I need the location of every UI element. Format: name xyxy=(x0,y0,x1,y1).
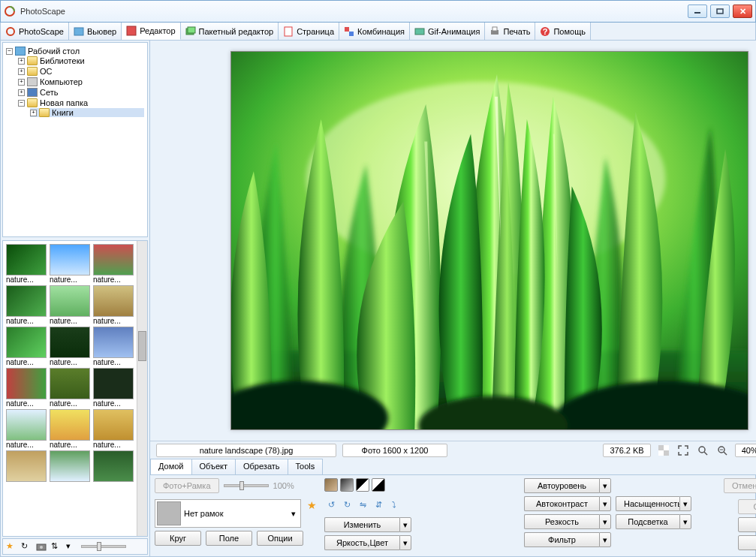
collapse-icon[interactable]: − xyxy=(6,48,13,55)
brightness-color-dropdown[interactable]: Яркость,Цвет▾ xyxy=(324,535,411,550)
thumbnail[interactable]: nature... xyxy=(93,244,134,284)
rotate-right-icon[interactable]: ↻ xyxy=(340,498,354,511)
photo-frame-button[interactable]: Фото+Рамка xyxy=(155,478,219,493)
minimize-button[interactable] xyxy=(688,5,707,18)
frame-selector[interactable]: Нет рамок ▾ xyxy=(155,499,301,528)
zoom-fit-icon[interactable] xyxy=(715,444,729,457)
fit-screen-icon[interactable] xyxy=(676,444,690,457)
tab-print[interactable]: Печать xyxy=(485,23,535,40)
panel-tab-home[interactable]: Домой xyxy=(150,459,192,474)
thumbnail[interactable]: nature... xyxy=(6,327,47,366)
sort-icon[interactable]: ⇅ xyxy=(51,541,62,552)
expand-icon[interactable]: + xyxy=(18,58,25,65)
panel-tab-object[interactable]: Объект xyxy=(191,459,236,474)
thumbnail[interactable]: nature... xyxy=(6,244,47,284)
panel-tab-tools[interactable]: Tools xyxy=(288,459,324,474)
thumbnail[interactable] xyxy=(6,450,47,482)
tree-root[interactable]: −Рабочий стол xyxy=(6,47,144,56)
undo-all-button[interactable]: Отменить все xyxy=(738,499,756,514)
thumbnail[interactable]: nature... xyxy=(6,409,47,449)
thumbnail[interactable]: nature... xyxy=(93,285,134,325)
chevron-down-icon[interactable]: ▾ xyxy=(599,478,611,493)
thumbnails-panel: nature...nature...nature... nature...nat… xyxy=(2,240,148,537)
thumbnail[interactable]: nature... xyxy=(93,327,134,366)
tab-gif[interactable]: Gif-Анимация xyxy=(410,23,485,40)
menu-button[interactable]: Меню xyxy=(738,535,756,550)
thumbnail[interactable]: nature... xyxy=(50,244,90,284)
zoom-actual-icon[interactable] xyxy=(696,444,709,457)
close-button[interactable]: ✕ xyxy=(733,5,752,18)
folder-tree[interactable]: −Рабочий стол +Библиотеки +ОС +Компьютер… xyxy=(2,42,148,237)
sharpness-dropdown[interactable]: Резкость▾ xyxy=(524,514,611,529)
collapse-icon[interactable]: − xyxy=(18,100,25,107)
chevron-down-icon[interactable]: ▾ xyxy=(599,496,611,511)
chevron-down-icon[interactable]: ▾ xyxy=(288,509,299,519)
canvas-area[interactable] xyxy=(150,41,756,441)
chevron-down-icon[interactable]: ▾ xyxy=(399,535,411,550)
chevron-down-icon[interactable]: ▾ xyxy=(599,514,611,529)
filter-dropdown[interactable]: Фильтр▾ xyxy=(524,532,611,547)
tab-combine[interactable]: Комбинация xyxy=(339,23,410,40)
expand-icon[interactable]: + xyxy=(18,68,25,75)
grayscale-swatch[interactable] xyxy=(340,478,354,492)
flip-vertical-icon[interactable]: ⇵ xyxy=(372,498,385,511)
highlight-dropdown[interactable]: Подсветка▾ xyxy=(616,514,691,529)
thumbnail[interactable]: nature... xyxy=(50,327,90,366)
bw-swatch[interactable] xyxy=(356,478,369,492)
thumbnail[interactable]: nature... xyxy=(93,409,134,449)
sepia-swatch[interactable] xyxy=(324,478,338,492)
thumbnails-grid[interactable]: nature...nature...nature... nature...nat… xyxy=(3,241,137,536)
tab-page[interactable]: Страница xyxy=(279,23,339,40)
tree-item[interactable]: +ОС xyxy=(18,67,144,76)
thumbnail-size-slider[interactable] xyxy=(81,545,126,548)
thumbnail[interactable]: nature... xyxy=(50,368,90,408)
tab-batch[interactable]: Пакетный редактор xyxy=(181,23,279,40)
rotate-left-icon[interactable]: ↺ xyxy=(324,498,338,511)
thumbnail[interactable]: nature... xyxy=(50,285,90,325)
saturation-dropdown[interactable]: Насыщенность▾ xyxy=(616,496,691,511)
expand-icon[interactable]: + xyxy=(30,110,37,116)
refresh-icon[interactable]: ↻ xyxy=(21,541,32,552)
rotate-free-icon[interactable]: ⤵ xyxy=(387,498,401,511)
thumbnail[interactable]: nature... xyxy=(93,368,134,408)
maximize-button[interactable] xyxy=(710,5,730,18)
thumbnail[interactable] xyxy=(50,450,90,482)
thumbnails-scrollbar[interactable] xyxy=(137,241,147,536)
autocontrast-dropdown[interactable]: Автоконтраст▾ xyxy=(524,496,611,511)
circle-button[interactable]: Круг xyxy=(155,531,201,546)
chevron-down-icon[interactable]: ▾ xyxy=(399,517,411,532)
checker-icon[interactable] xyxy=(657,444,670,457)
tree-item[interactable]: +Компьютер xyxy=(18,77,144,86)
autolevel-dropdown[interactable]: Автоуровень▾ xyxy=(524,478,611,493)
tab-help[interactable]: ?Помощь xyxy=(535,23,591,40)
tab-photoscape[interactable]: PhotoScape xyxy=(1,23,69,40)
expand-icon[interactable]: + xyxy=(18,89,25,96)
panel-tab-crop[interactable]: Обрезать xyxy=(235,459,288,474)
thumbnail[interactable] xyxy=(93,450,134,482)
tab-editor[interactable]: Редактор xyxy=(122,23,180,40)
tree-item[interactable]: +Библиотеки xyxy=(18,56,144,65)
thumbnail[interactable]: nature... xyxy=(6,285,47,325)
star-icon[interactable]: ★ xyxy=(6,541,17,552)
tree-item[interactable]: −Новая папка xyxy=(18,98,144,107)
tree-item[interactable]: +Сеть xyxy=(18,88,144,97)
thumbnail[interactable]: nature... xyxy=(50,409,90,449)
camera-icon[interactable] xyxy=(36,541,47,552)
tree-item-selected[interactable]: +Книги xyxy=(30,108,144,117)
flip-horizontal-icon[interactable]: ⇋ xyxy=(356,498,369,511)
star-icon[interactable]: ★ xyxy=(304,499,320,511)
tab-viewer[interactable]: Вьювер xyxy=(69,23,122,40)
resize-dropdown[interactable]: Изменить▾ xyxy=(324,517,411,532)
chevron-down-icon[interactable]: ▾ xyxy=(66,541,77,552)
frame-slider[interactable] xyxy=(224,484,269,487)
chevron-down-icon[interactable]: ▾ xyxy=(679,496,691,511)
expand-icon[interactable]: + xyxy=(18,79,25,86)
field-button[interactable]: Поле xyxy=(206,531,252,546)
undo-button[interactable]: Отмена xyxy=(724,478,756,493)
save-button[interactable]: Сохранить xyxy=(738,517,756,532)
options-button[interactable]: Опции xyxy=(257,531,303,546)
negative-swatch[interactable] xyxy=(372,478,385,492)
chevron-down-icon[interactable]: ▾ xyxy=(679,514,691,529)
thumbnail[interactable]: nature... xyxy=(6,368,47,408)
chevron-down-icon[interactable]: ▾ xyxy=(599,532,611,547)
